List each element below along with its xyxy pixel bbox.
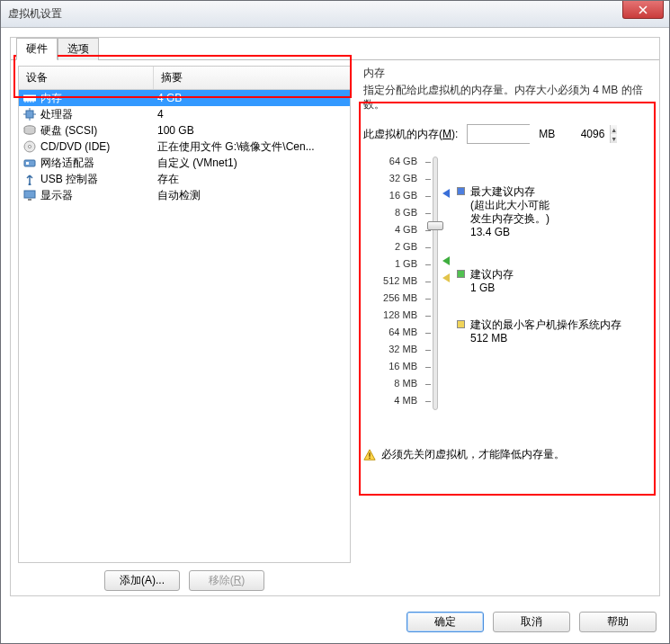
warning-row: 必须先关闭虚拟机，才能降低内存量。 bbox=[363, 447, 648, 462]
memory-panel: 内存 指定分配给此虚拟机的内存量。内存大小必须为 4 MB 的倍数。 此虚拟机的… bbox=[351, 66, 652, 595]
device-name: 网络适配器 bbox=[40, 156, 157, 171]
scale-labels: 64 GB32 GB16 GB8 GB4 GB2 GB1 GB512 MB256… bbox=[363, 153, 423, 409]
device-summary: 自定义 (VMnet1) bbox=[157, 156, 346, 171]
scale-label: 32 MB bbox=[363, 341, 417, 358]
remove-button: 移除(R) bbox=[189, 570, 264, 591]
scale-label: 256 MB bbox=[363, 290, 417, 307]
titlebar[interactable]: 虚拟机设置 bbox=[1, 1, 669, 28]
svg-rect-5 bbox=[24, 160, 35, 166]
device-row-disk[interactable]: 硬盘 (SCSI)100 GB bbox=[19, 122, 350, 139]
device-row-net[interactable]: 网络适配器自定义 (VMnet1) bbox=[19, 155, 350, 171]
svg-point-4 bbox=[28, 145, 31, 148]
svg-rect-6 bbox=[26, 162, 29, 165]
device-list[interactable]: 设备 摘要 内存4 GB处理器4硬盘 (SCSI)100 GBCD/DVD (I… bbox=[18, 66, 351, 563]
scale-label: 4 MB bbox=[363, 392, 417, 409]
slider-track-col[interactable] bbox=[423, 153, 450, 409]
svg-rect-1 bbox=[26, 111, 33, 118]
scale-label: 4 GB bbox=[363, 221, 417, 238]
device-summary: 4 GB bbox=[157, 92, 346, 104]
col-device[interactable]: 设备 bbox=[19, 67, 154, 89]
svg-rect-8 bbox=[24, 191, 35, 198]
legend-max: 最大建议内存 (超出此大小可能 发生内存交换。) 13.4 GB bbox=[470, 185, 549, 239]
svg-rect-10 bbox=[369, 452, 370, 456]
device-summary: 100 GB bbox=[157, 124, 346, 137]
memory-icon bbox=[22, 91, 37, 105]
device-list-header: 设备 摘要 bbox=[19, 67, 350, 90]
device-panel: 设备 摘要 内存4 GB处理器4硬盘 (SCSI)100 GBCD/DVD (I… bbox=[18, 66, 351, 595]
device-name: 硬盘 (SCSI) bbox=[40, 123, 157, 139]
close-icon bbox=[639, 5, 648, 14]
tab-options[interactable]: 选项 bbox=[58, 38, 99, 60]
device-summary: 4 bbox=[157, 108, 346, 121]
tab-bar: 硬件 选项 bbox=[16, 37, 659, 59]
scale-label: 8 MB bbox=[363, 375, 417, 392]
device-summary: 存在 bbox=[157, 172, 346, 187]
legend-max-swatch-icon bbox=[457, 187, 465, 195]
memory-slider-area: 64 GB32 GB16 GB8 GB4 GB2 GB1 GB512 MB256… bbox=[363, 153, 648, 409]
scale-label: 128 MB bbox=[363, 307, 417, 324]
marker-max-icon bbox=[442, 189, 450, 198]
device-row-usb[interactable]: USB 控制器存在 bbox=[19, 171, 350, 187]
dialog-footer: 确定 取消 帮助 bbox=[10, 612, 657, 632]
device-name: CD/DVD (IDE) bbox=[40, 140, 157, 153]
scale-label: 1 GB bbox=[363, 255, 417, 273]
marker-rec-icon bbox=[442, 256, 450, 265]
marker-min-icon bbox=[442, 273, 450, 282]
device-name: 内存 bbox=[40, 91, 157, 106]
col-summary[interactable]: 摘要 bbox=[154, 67, 350, 89]
mem-unit: MB bbox=[539, 128, 555, 140]
memory-spinbox[interactable]: ▲ ▼ bbox=[467, 124, 530, 144]
device-name: USB 控制器 bbox=[40, 172, 157, 187]
ok-button[interactable]: 确定 bbox=[406, 612, 484, 632]
legend-col: 最大建议内存 (超出此大小可能 发生内存交换。) 13.4 GB 建议内存 1 … bbox=[450, 153, 648, 409]
close-button[interactable] bbox=[622, 1, 664, 19]
mem-label: 此虚拟机的内存(M): bbox=[363, 127, 458, 142]
device-summary: 正在使用文件 G:\镜像文件\Cen... bbox=[157, 139, 346, 155]
scale-label: 2 GB bbox=[363, 238, 417, 255]
section-title: 内存 bbox=[363, 66, 648, 81]
svg-rect-11 bbox=[369, 457, 370, 458]
dialog-window: 虚拟机设置 硬件 选项 设备 摘要 内存4 GB处理器4硬盘 (SCSI)100… bbox=[0, 0, 670, 644]
svg-point-7 bbox=[29, 183, 31, 186]
spin-up-icon[interactable]: ▲ bbox=[611, 125, 617, 134]
scale-label: 16 GB bbox=[363, 187, 417, 204]
warning-text: 必须先关闭虚拟机，才能降低内存量。 bbox=[381, 447, 565, 462]
scale-label: 32 GB bbox=[363, 170, 417, 187]
device-summary: 自动检测 bbox=[157, 188, 346, 203]
usb-icon bbox=[22, 172, 37, 186]
legend-rec: 建议内存 1 GB bbox=[470, 268, 514, 295]
device-name: 处理器 bbox=[40, 107, 157, 122]
svg-rect-0 bbox=[23, 95, 36, 101]
legend-min: 建议的最小客户机操作系统内存 512 MB bbox=[470, 318, 621, 345]
content-area: 硬件 选项 设备 摘要 内存4 GB处理器4硬盘 (SCSI)100 GBCD/… bbox=[10, 37, 660, 596]
legend-rec-swatch-icon bbox=[457, 270, 465, 278]
scale-label: 512 MB bbox=[363, 273, 417, 290]
window-title: 虚拟机设置 bbox=[8, 6, 62, 22]
help-button[interactable]: 帮助 bbox=[579, 612, 657, 632]
device-name: 显示器 bbox=[40, 188, 157, 203]
scale-label: 16 MB bbox=[363, 358, 417, 375]
device-row-display[interactable]: 显示器自动检测 bbox=[19, 187, 350, 203]
cd-icon bbox=[22, 139, 37, 154]
spin-down-icon[interactable]: ▼ bbox=[611, 134, 617, 143]
add-button[interactable]: 添加(A)... bbox=[104, 570, 180, 591]
cpu-icon bbox=[22, 107, 37, 121]
legend-min-swatch-icon bbox=[457, 320, 465, 328]
disk-icon bbox=[22, 123, 37, 138]
svg-rect-9 bbox=[28, 199, 31, 201]
slider-track[interactable] bbox=[433, 157, 438, 410]
scale-label: 8 GB bbox=[363, 204, 417, 221]
device-row-cd[interactable]: CD/DVD (IDE)正在使用文件 G:\镜像文件\Cen... bbox=[19, 139, 350, 155]
display-icon bbox=[22, 188, 37, 202]
device-row-memory[interactable]: 内存4 GB bbox=[19, 90, 350, 106]
warning-icon bbox=[363, 449, 376, 461]
cancel-button[interactable]: 取消 bbox=[493, 612, 570, 632]
section-desc: 指定分配给此虚拟机的内存量。内存大小必须为 4 MB 的倍数。 bbox=[363, 83, 648, 112]
device-row-cpu[interactable]: 处理器4 bbox=[19, 106, 350, 122]
net-icon bbox=[22, 156, 37, 170]
tab-hardware[interactable]: 硬件 bbox=[16, 38, 58, 60]
slider-thumb[interactable] bbox=[427, 221, 443, 230]
scale-label: 64 MB bbox=[363, 324, 417, 341]
scale-label: 64 GB bbox=[363, 153, 417, 170]
